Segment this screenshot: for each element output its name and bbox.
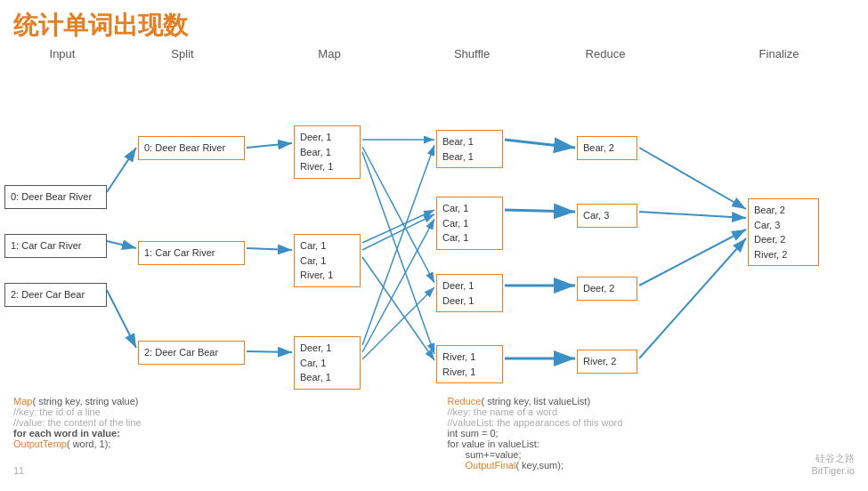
bottom-left: Map( string key, string value) //key: th… (13, 396, 421, 471)
col-split-label: Split (138, 47, 227, 60)
shuffle-box-1: Car, 1 Car, 1 Car, 1 (436, 197, 503, 250)
svg-line-15 (362, 287, 434, 359)
reduce-keyword: Reduce (448, 396, 482, 406)
shuffle-box-2: Deer, 1 Deer, 1 (436, 274, 503, 312)
bottom-right: Reduce( string key, list valueList) //ke… (448, 396, 856, 471)
finalize-box: Bear, 2 Car, 3 Deer, 2 River, 2 (748, 198, 819, 266)
map-signature: ( string key, string value) (32, 396, 138, 406)
col-shuffle-label: Shuffle (436, 47, 507, 60)
map-for-loop: for each word in value: (13, 428, 421, 439)
svg-line-21 (639, 212, 746, 218)
input-box-0: 0: Deer Bear River (4, 185, 107, 209)
col-map-label: Map (294, 47, 365, 60)
shuffle-box-0: Bear, 1 Bear, 1 (436, 130, 503, 168)
svg-line-8 (362, 147, 434, 283)
shuffle-box-3: River, 1 River, 1 (436, 345, 503, 383)
svg-line-20 (639, 148, 746, 209)
split-box-2: 2: Deer Car Bear (138, 341, 245, 365)
svg-line-23 (639, 238, 746, 358)
reduce-signature: ( string key, list valueList) (481, 396, 590, 406)
svg-line-5 (247, 248, 292, 250)
col-reduce-label: Reduce (570, 47, 641, 60)
svg-line-4 (247, 143, 292, 148)
output-temp-args: ( word, 1); (67, 439, 111, 449)
output-final-args: ( key,sum); (515, 460, 564, 471)
map-box-2: Deer, 1 Car, 1 Bear, 1 (294, 336, 361, 390)
input-box-2: 2: Deer Car Bear (4, 283, 107, 307)
map-keyword: Map (13, 396, 32, 406)
reduce-box-1: Car, 3 (577, 204, 637, 228)
split-box-1: 1: Car Car River (138, 241, 245, 265)
svg-line-14 (362, 219, 434, 352)
reduce-sum-init: int sum = 0; (448, 428, 856, 439)
split-box-0: 0: Deer Bear River (138, 136, 245, 160)
output-final-keyword: OutputFinal (466, 460, 516, 471)
watermark: 硅谷之路 BitTiger.io (811, 452, 855, 476)
col-finalize-label: Finalize (743, 47, 815, 60)
svg-line-12 (362, 257, 434, 360)
svg-line-17 (505, 210, 575, 212)
svg-line-13 (362, 145, 434, 345)
title: 统计单词出现数 (0, 0, 868, 47)
page-number: 11 (13, 465, 24, 476)
svg-line-16 (505, 140, 575, 148)
svg-line-2 (107, 241, 136, 248)
input-box-1: 1: Car Car River (4, 234, 107, 258)
map-comment1: //key: the id of a line (13, 406, 421, 417)
svg-line-9 (362, 152, 434, 354)
map-box-1: Car, 1 Car, 1 River, 1 (294, 234, 361, 287)
svg-line-11 (362, 214, 434, 250)
reduce-box-0: Bear, 2 (577, 136, 637, 160)
svg-line-22 (639, 229, 746, 286)
map-box-0: Deer, 1 Bear, 1 River, 1 (294, 125, 361, 179)
reduce-box-2: Deer, 2 (577, 277, 637, 301)
col-input-label: Input (27, 47, 98, 60)
output-temp-keyword: OutputTemp (13, 439, 67, 449)
svg-line-10 (362, 210, 434, 243)
reduce-comment1: //key: the name of a word (448, 406, 856, 417)
svg-line-1 (107, 148, 136, 192)
reduce-for-loop: for value in valueList: (448, 439, 856, 449)
svg-line-6 (247, 351, 292, 352)
reduce-box-3: River, 2 (577, 350, 637, 374)
reduce-comment2: //valueList: the appearances of this wor… (448, 417, 856, 428)
svg-line-3 (107, 290, 136, 348)
map-comment2: //value: the content of the line (13, 417, 421, 428)
reduce-sum-update: sum+=value; (448, 449, 856, 460)
